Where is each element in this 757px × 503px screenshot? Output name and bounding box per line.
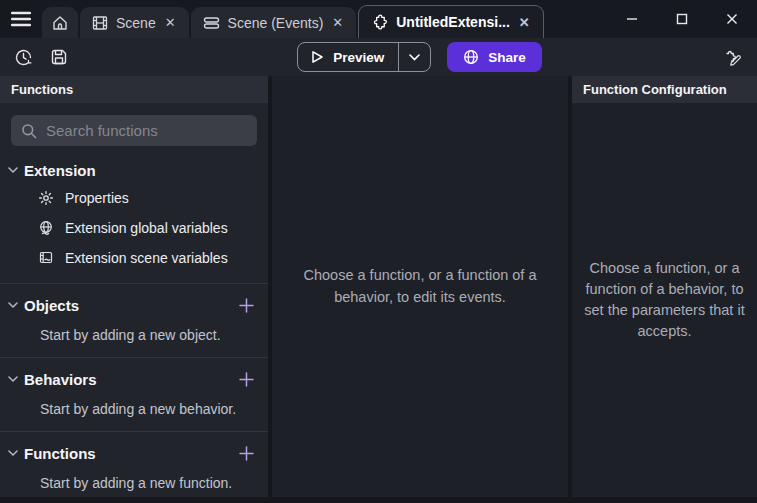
section-title: Objects: [24, 297, 237, 314]
minimize-button[interactable]: [607, 0, 657, 38]
tab-untitled-extension[interactable]: UntitledExtensi... ✕: [358, 5, 543, 38]
maximize-button[interactable]: [657, 0, 707, 38]
tab-label: Scene: [116, 15, 156, 31]
main-area: Functions Extension Properties: [0, 76, 757, 497]
minimize-icon: [626, 13, 638, 25]
section-title: Extension: [24, 162, 256, 179]
play-icon: [310, 50, 324, 64]
chevron-down-icon: [8, 376, 18, 383]
search-icon: [21, 123, 37, 139]
function-configuration-panel: Function Configuration Choose a function…: [572, 76, 757, 497]
edit-extension-button[interactable]: [717, 42, 747, 72]
behaviors-empty-hint: Start by adding a new behavior.: [0, 393, 268, 421]
share-button[interactable]: Share: [447, 42, 542, 72]
toolbar: Preview Share: [0, 38, 757, 76]
objects-section-header[interactable]: Objects: [0, 284, 268, 319]
section-title: Behaviors: [24, 371, 237, 388]
extension-section-header[interactable]: Extension: [0, 150, 268, 183]
add-function-button[interactable]: [237, 444, 256, 463]
events-editor-placeholder: Choose a function, or a function of a be…: [285, 265, 555, 307]
properties-item[interactable]: Properties: [0, 183, 268, 213]
maximize-icon: [676, 13, 688, 25]
extension-scene-variables-item[interactable]: Extension scene variables: [0, 243, 268, 273]
scene-variables-icon: [38, 250, 54, 266]
section-title: Functions: [24, 445, 237, 462]
objects-section: Objects Start by adding a new object.: [0, 284, 268, 358]
window-controls: [607, 0, 757, 38]
preview-options-button[interactable]: [398, 43, 430, 71]
add-object-button[interactable]: [237, 296, 256, 315]
extension-section: Extension Properties Extension global va…: [0, 150, 268, 284]
functions-panel-title: Functions: [0, 76, 268, 103]
functions-empty-hint: Start by adding a new function.: [0, 467, 268, 495]
item-label: Extension global variables: [65, 220, 228, 236]
tab-scene-events[interactable]: Scene (Events) ✕: [191, 7, 357, 38]
preview-split-button: Preview: [297, 42, 431, 72]
add-behavior-button[interactable]: [237, 370, 256, 389]
history-clock-icon: [14, 48, 33, 67]
close-window-button[interactable]: [707, 0, 757, 38]
save-icon: [50, 48, 68, 66]
history-button[interactable]: [8, 42, 38, 72]
titlebar: Scene ✕ Scene (Events) ✕ UntitledExtensi…: [0, 0, 757, 38]
extension-global-variables-item[interactable]: Extension global variables: [0, 213, 268, 243]
tab-label: UntitledExtensi...: [396, 14, 510, 30]
chevron-down-icon: [8, 302, 18, 309]
function-configuration-placeholder: Choose a function, or a function of a be…: [584, 258, 745, 342]
preview-label: Preview: [333, 50, 384, 65]
extension-puzzle-icon: [371, 14, 388, 31]
hamburger-icon: [11, 11, 31, 27]
share-label: Share: [488, 50, 526, 65]
tab-scene[interactable]: Scene ✕: [80, 7, 189, 38]
tab-close-icon[interactable]: ✕: [164, 15, 177, 30]
behaviors-section: Behaviors Start by adding a new behavior…: [0, 358, 268, 432]
globe-icon: [463, 49, 479, 65]
functions-panel: Functions Extension Properties: [0, 76, 268, 497]
events-sheet-icon: [203, 15, 220, 31]
tab-label: Scene (Events): [228, 15, 324, 31]
gear-icon: [38, 190, 54, 206]
preview-button[interactable]: Preview: [298, 43, 398, 71]
tab-close-icon[interactable]: ✕: [331, 15, 344, 30]
main-menu-button[interactable]: [0, 0, 42, 38]
film-icon: [92, 15, 108, 31]
item-label: Extension scene variables: [65, 250, 228, 266]
functions-section: Functions Start by adding a new function…: [0, 432, 268, 503]
functions-section-header[interactable]: Functions: [0, 432, 268, 467]
function-configuration-title: Function Configuration: [572, 76, 757, 103]
window-bottom-edge: [0, 497, 757, 503]
chevron-down-icon: [409, 54, 420, 61]
search-functions-box[interactable]: [11, 115, 257, 146]
extension-edit-icon: [722, 48, 742, 67]
events-editor-panel: Choose a function, or a function of a be…: [272, 76, 568, 497]
global-variables-icon: [38, 220, 54, 236]
save-button[interactable]: [44, 42, 74, 72]
objects-empty-hint: Start by adding a new object.: [0, 319, 268, 347]
item-label: Properties: [65, 190, 129, 206]
tab-home[interactable]: [42, 7, 78, 38]
chevron-down-icon: [8, 450, 18, 457]
close-icon: [726, 13, 738, 25]
search-functions-input[interactable]: [46, 122, 247, 139]
tab-close-icon[interactable]: ✕: [518, 15, 531, 30]
chevron-down-icon: [8, 167, 18, 174]
behaviors-section-header[interactable]: Behaviors: [0, 358, 268, 393]
home-icon: [52, 15, 68, 31]
tab-strip: Scene ✕ Scene (Events) ✕ UntitledExtensi…: [42, 0, 546, 38]
